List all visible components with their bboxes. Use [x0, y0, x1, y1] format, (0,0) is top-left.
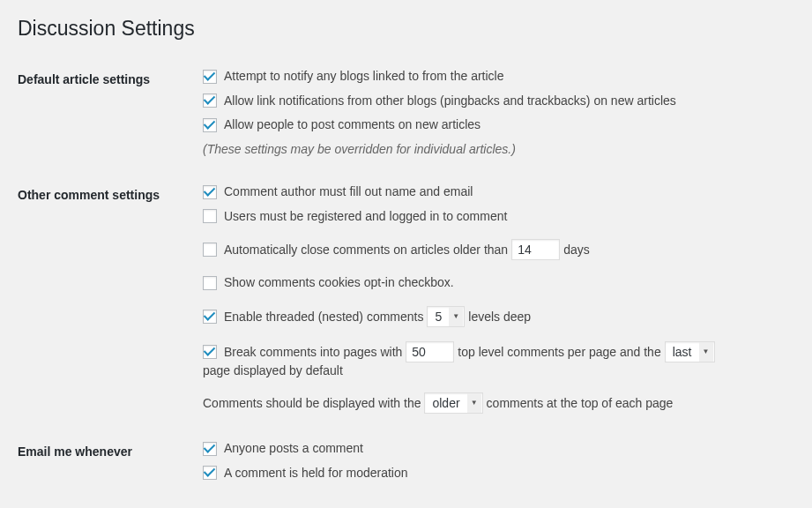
cookies-optin-checkbox[interactable]	[203, 276, 217, 290]
comment-order-select[interactable]: older	[424, 392, 482, 414]
email-held-moderation-checkbox[interactable]	[203, 466, 217, 480]
order-label-a: Comments should be displayed with the	[203, 395, 421, 411]
chevron-down-icon	[449, 307, 463, 326]
default-page-select[interactable]: last	[665, 341, 715, 362]
page-title: Discussion Settings	[18, 9, 794, 44]
require-name-email-label[interactable]: Comment author must fill out name and em…	[224, 183, 473, 201]
threaded-label-before: Enable threaded (nested) comments	[224, 309, 423, 325]
email-held-moderation-label[interactable]: A comment is held for moderation	[224, 465, 408, 482]
auto-close-label-after: days	[563, 242, 590, 258]
order-label-b: comments at the top of each page	[487, 395, 674, 411]
allow-pingbacks-checkbox[interactable]	[203, 93, 217, 108]
allow-comments-checkbox[interactable]	[203, 118, 217, 132]
require-name-email-checkbox[interactable]	[203, 185, 217, 199]
default-article-note: (These settings may be overridden for in…	[203, 141, 786, 157]
notify-blogs-label[interactable]: Attempt to notify any blogs linked to fr…	[224, 68, 504, 86]
threaded-levels-select[interactable]: 5	[427, 306, 465, 327]
chevron-down-icon	[467, 393, 481, 413]
allow-pingbacks-label[interactable]: Allow link notifications from other blog…	[224, 93, 676, 110]
discussion-settings-page: Discussion Settings Default article sett…	[0, 0, 812, 508]
default-page-value: last	[673, 344, 697, 360]
require-registration-checkbox[interactable]	[203, 209, 217, 223]
comments-per-page-input[interactable]	[406, 341, 454, 362]
paginate-comments-checkbox[interactable]	[203, 345, 217, 359]
email-anyone-posts-label[interactable]: Anyone posts a comment	[224, 440, 363, 458]
default-article-heading: Default article settings	[18, 55, 194, 170]
auto-close-checkbox[interactable]	[203, 243, 217, 257]
before-appears-heading: Before a comment appears	[18, 495, 194, 508]
threaded-comments-checkbox[interactable]	[203, 310, 217, 324]
paginate-label-c: page displayed by default	[203, 362, 343, 378]
threaded-label-after: levels deep	[468, 309, 531, 325]
allow-comments-label[interactable]: Allow people to post comments on new art…	[224, 116, 480, 134]
email-me-heading: Email me whenever	[18, 427, 194, 495]
require-registration-label[interactable]: Users must be registered and logged in t…	[224, 208, 507, 226]
cookies-optin-label[interactable]: Show comments cookies opt-in checkbox.	[224, 274, 454, 292]
chevron-down-icon	[699, 342, 713, 362]
auto-close-days-input[interactable]	[511, 239, 560, 260]
paginate-label-a: Break comments into pages with	[224, 344, 402, 360]
notify-blogs-checkbox[interactable]	[203, 70, 217, 84]
paginate-label-b: top level comments per page and the	[458, 344, 660, 360]
comment-order-value: older	[432, 395, 465, 411]
threaded-levels-value: 5	[435, 309, 447, 325]
settings-table: Default article settings Attempt to noti…	[18, 55, 794, 508]
other-comment-heading: Other comment settings	[18, 170, 194, 427]
email-anyone-posts-checkbox[interactable]	[203, 442, 217, 456]
auto-close-label-before: Automatically close comments on articles…	[224, 242, 508, 258]
